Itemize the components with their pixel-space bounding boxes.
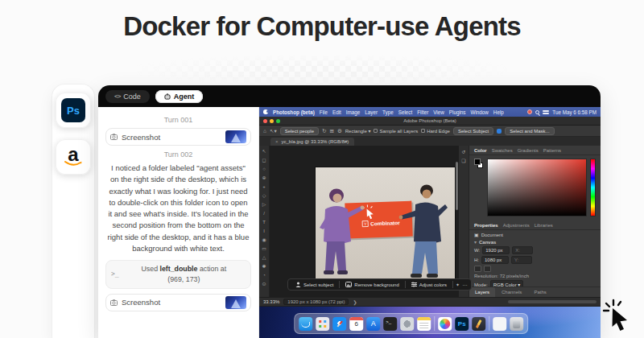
horizontal-scrollbar[interactable] — [508, 300, 597, 303]
brush-tool-icon[interactable]: / — [263, 209, 265, 217]
record-indicator-icon[interactable] — [527, 109, 532, 114]
document-tab[interactable]: × yc_bla.jpg @ 33.33% (RGB/8#) — [270, 138, 354, 146]
sample-all-layers-checkbox[interactable]: Sample all Layers — [374, 129, 418, 134]
type-tool-icon[interactable]: T — [262, 218, 266, 226]
dock-trash-icon[interactable] — [510, 317, 523, 331]
tab-agent[interactable]: Agent — [155, 90, 204, 103]
menu-window[interactable]: Window — [470, 109, 488, 115]
dock-document-icon[interactable] — [493, 317, 506, 331]
tab-color[interactable]: Color — [474, 148, 487, 153]
action-call-row[interactable]: >_ Used left_double action at (969, 173) — [105, 260, 251, 289]
tab-layers[interactable]: Layers — [469, 287, 495, 297]
menu-image[interactable]: Image — [346, 109, 361, 115]
pen-tool-icon[interactable]: △ — [262, 254, 266, 262]
foreground-background-swatches[interactable] — [474, 159, 484, 216]
menu-layer[interactable]: Layer — [365, 109, 378, 115]
select-people-button[interactable]: Select people — [280, 127, 319, 135]
shape-mode-dropdown[interactable]: Rectangle ▾ — [345, 128, 371, 134]
dock-finder-icon[interactable] — [299, 317, 312, 331]
launcher-item-amazon[interactable]: a — [56, 139, 91, 175]
eyedropper-tool-icon[interactable]: ◇ — [262, 192, 266, 200]
tab-paths[interactable]: Paths — [528, 287, 551, 297]
more-options-icon[interactable]: ⋯ — [462, 282, 467, 287]
dock-pen-icon[interactable] — [472, 317, 485, 331]
y-field[interactable]: Y: — [511, 256, 532, 264]
menu-edit[interactable]: Edit — [332, 109, 341, 115]
dock-calendar-icon[interactable] — [349, 317, 363, 331]
tab-channels[interactable]: Channels — [496, 287, 527, 297]
dock-terminal-icon[interactable] — [383, 317, 397, 331]
menu-type[interactable]: Type — [382, 109, 394, 115]
menu-help[interactable]: Help — [493, 109, 504, 115]
adjust-colors-task-button[interactable]: Adjust colors — [408, 281, 450, 288]
dock-safari-icon[interactable] — [332, 317, 346, 331]
select-subject-task-button[interactable]: Select subject — [292, 281, 336, 288]
dock-photos-icon[interactable] — [438, 317, 452, 331]
page-title: Docker for Computer-use Agents — [0, 11, 644, 42]
dock-photoshop-icon[interactable] — [455, 317, 469, 331]
gear-icon[interactable]: ⚙ — [337, 128, 342, 134]
hard-edge-checkbox[interactable]: Hard Edge — [421, 129, 450, 134]
marquee-tool-icon[interactable]: ◻ — [262, 156, 266, 164]
menu-view[interactable]: View — [433, 109, 444, 115]
collapse-caret-icon[interactable]: ▾ — [474, 239, 477, 245]
apple-icon[interactable] — [263, 109, 268, 114]
healing-tool-icon[interactable]: ▷ — [262, 200, 266, 208]
launcher-item-photoshop[interactable]: Ps — [56, 93, 91, 128]
menu-plugins[interactable]: Plugins — [449, 109, 466, 115]
comment-icon[interactable]: ❏ — [461, 158, 465, 163]
dock-notes-icon[interactable] — [417, 317, 431, 331]
select-subject-button[interactable]: Select Subject — [453, 127, 493, 135]
crop-tool-icon[interactable]: + — [262, 183, 266, 191]
zoom-level[interactable]: 33.33% — [263, 299, 279, 304]
canvas-scrollbar[interactable] — [456, 162, 458, 210]
turn-001-label: Turn 001 — [105, 116, 251, 124]
menu-filter[interactable]: Filter — [417, 109, 428, 115]
tab-swatches[interactable]: Swatches — [492, 148, 513, 153]
saturation-brightness-field[interactable] — [487, 159, 587, 216]
tab-libraries[interactable]: Libraries — [535, 223, 553, 228]
lock-icon[interactable] — [474, 266, 481, 272]
select-and-mask-button[interactable]: Select and Mask... — [505, 127, 554, 135]
home-icon[interactable]: ⌂ — [263, 128, 266, 134]
menubar-app-name[interactable]: Photoshop (beta) — [273, 109, 315, 115]
object-selection-tool-icon[interactable]: ↖▾ — [270, 128, 277, 134]
shape-tool-icon[interactable]: ▭ — [262, 245, 266, 253]
wand-icon[interactable]: ✦ — [456, 282, 460, 287]
status-chevron-icon[interactable]: ❯ — [353, 299, 357, 305]
remove-background-task-button[interactable]: Remove background — [342, 281, 402, 288]
tab-code[interactable]: <> Code — [105, 90, 150, 103]
grid-icon[interactable]: ⊞ — [329, 128, 333, 134]
star-tool-icon[interactable]: ✱ — [262, 262, 266, 270]
dock-settings-icon[interactable] — [400, 317, 414, 331]
history-icon[interactable]: ↺ — [461, 149, 465, 155]
move-tool-icon[interactable]: ↖ — [262, 147, 266, 155]
width-field[interactable]: 1920 px — [482, 246, 510, 254]
control-center-icon[interactable] — [543, 110, 549, 114]
height-field[interactable]: 1080 px — [481, 256, 509, 264]
stamp-tool-icon[interactable]: I — [263, 227, 265, 235]
dodge-tool-icon[interactable]: ◉ — [262, 236, 266, 244]
x-field[interactable]: X: — [512, 246, 533, 254]
hue-slider[interactable] — [590, 159, 596, 216]
menu-file[interactable]: File — [320, 109, 328, 115]
hand-tool-icon[interactable]: ◔ — [262, 271, 266, 279]
link-icon[interactable] — [484, 266, 491, 272]
mode-dropdown[interactable]: RGB Color ▾ — [490, 280, 524, 286]
zoom-tool-icon[interactable]: ⊙ — [262, 280, 266, 288]
dock-appstore-icon[interactable] — [366, 317, 380, 331]
lasso-tool-icon[interactable]: ○ — [262, 165, 266, 173]
tab-patterns[interactable]: Patterns — [543, 148, 561, 153]
tab-gradients[interactable]: Gradients — [518, 148, 539, 153]
menu-select[interactable]: Select — [398, 109, 413, 115]
screenshot-row-2[interactable]: Screenshot — [105, 294, 251, 311]
photoshop-canvas[interactable]: Y Combinator — [270, 146, 459, 297]
dock-launchpad-icon[interactable] — [316, 317, 329, 331]
refresh-icon[interactable]: ↻ — [322, 128, 326, 134]
tab-adjustments[interactable]: Adjustments — [503, 223, 530, 228]
tab-properties[interactable]: Properties — [474, 223, 498, 228]
spotlight-search-icon[interactable] — [535, 110, 539, 114]
screenshot-row-1[interactable]: Screenshot — [105, 128, 251, 146]
close-tab-icon[interactable]: × — [275, 139, 279, 144]
selection-tool-icon[interactable]: ⊕ — [262, 174, 266, 182]
